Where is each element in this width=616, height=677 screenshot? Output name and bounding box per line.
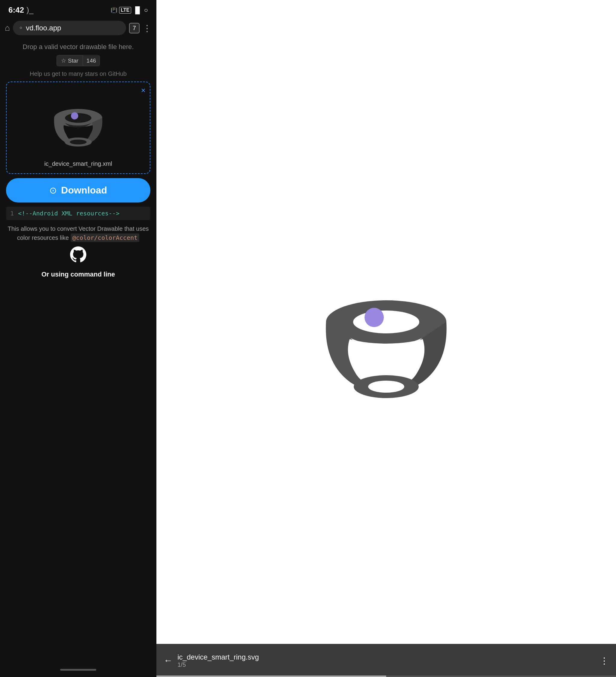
download-label: Download — [61, 185, 107, 196]
filename-small: ic_device_smart_ring.xml — [11, 159, 146, 169]
ring-svg-large — [308, 269, 464, 408]
code-comment: <!--Android XML resources--> — [18, 210, 120, 217]
cmd-line-text: Or using command line — [42, 271, 115, 278]
download-progress-bar — [156, 676, 616, 677]
svg-point-9 — [365, 308, 384, 327]
star-label: Star — [68, 57, 79, 64]
status-right: 📳 LTE ▐▌ ○ — [111, 6, 148, 14]
help-text: Help us get to many stars on GitHub — [30, 71, 127, 77]
download-bar: ← ic_device_smart_ring.svg 1/5 ⋮ — [156, 644, 616, 677]
content-area: Drop a valid vector drawable file here. … — [0, 38, 156, 665]
battery-icon: ○ — [144, 6, 148, 14]
download-bar-pages: 1/5 — [178, 661, 595, 668]
browser-bar: ⌂ ⚬ vd.floo.app 7 ⋮ — [0, 18, 156, 38]
vibrate-icon: 📳 — [111, 7, 117, 13]
star-button[interactable]: ☆ Star 146 — [56, 55, 100, 66]
description-text: This allows you to convert Vector Drawab… — [6, 224, 150, 242]
drop-zone[interactable]: × — [6, 82, 150, 174]
svg-point-8 — [368, 380, 404, 393]
phone-panel: 6:42 )_ 📳 LTE ▐▌ ○ ⌂ ⚬ vd.floo.app 7 ⋮ D… — [0, 0, 156, 677]
bottom-indicator — [60, 669, 96, 671]
lte-badge: LTE — [119, 7, 131, 13]
code-section: 1 <!--Android XML resources--> — [6, 207, 150, 220]
ring-svg-small — [48, 95, 108, 149]
home-icon[interactable]: ⌂ — [5, 23, 10, 33]
url-bar[interactable]: ⚬ vd.floo.app — [13, 21, 126, 35]
back-arrow-icon[interactable]: ← — [163, 655, 173, 666]
status-left: 6:42 )_ — [8, 5, 33, 15]
right-panel: ← ic_device_smart_ring.svg 1/5 ⋮ — [156, 0, 616, 677]
download-bar-info: ic_device_smart_ring.svg 1/5 — [178, 653, 595, 668]
bottom-bar — [0, 665, 156, 677]
status-bar: 6:42 )_ 📳 LTE ▐▌ ○ — [0, 0, 156, 18]
download-circle-icon: ⊙ — [49, 185, 57, 195]
svg-point-4 — [71, 112, 78, 120]
close-icon[interactable]: × — [141, 86, 146, 95]
download-bar-filename: ic_device_smart_ring.svg — [178, 653, 595, 661]
svg-point-6 — [353, 311, 419, 333]
status-time: 6:42 — [8, 5, 24, 15]
star-count[interactable]: 146 — [83, 56, 100, 66]
progress-fill — [156, 676, 386, 677]
star-btn-left[interactable]: ☆ Star — [57, 55, 83, 66]
download-button[interactable]: ⊙ Download — [6, 178, 150, 202]
bar-menu-icon[interactable]: ⋮ — [600, 655, 609, 666]
url-text: vd.floo.app — [26, 24, 61, 32]
browser-menu-icon[interactable]: ⋮ — [143, 23, 152, 33]
line-number: 1 — [10, 210, 14, 217]
signal-icon: ▐▌ — [133, 6, 142, 14]
star-icon: ☆ — [61, 57, 66, 64]
github-icon[interactable] — [70, 246, 86, 266]
tab-count[interactable]: 7 — [129, 23, 140, 33]
code-accent: @color/colorAccent — [71, 233, 140, 242]
ring-preview — [11, 86, 146, 159]
svg-point-3 — [70, 140, 87, 144]
svg-preview-area — [156, 0, 616, 677]
svg-point-1 — [65, 113, 91, 123]
drop-instruction: Drop a valid vector drawable file here. — [22, 43, 134, 51]
lock-icon: ⚬ — [18, 25, 23, 32]
status-cursor: )_ — [27, 5, 33, 15]
